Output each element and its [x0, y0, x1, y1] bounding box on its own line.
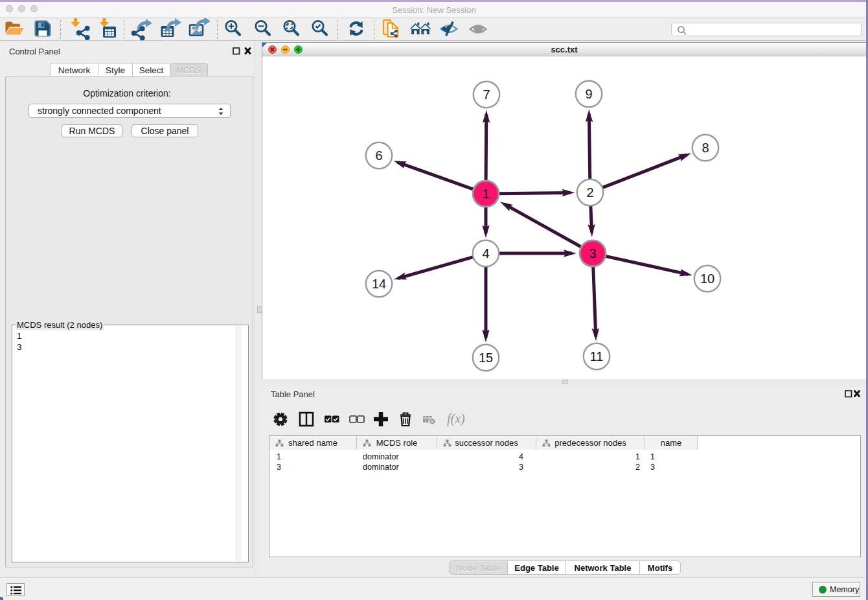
svg-text:6: 6: [375, 148, 382, 163]
svg-text:9: 9: [585, 87, 592, 101]
svg-text:15: 15: [479, 351, 493, 365]
svg-text:2: 2: [586, 185, 593, 200]
svg-text:7: 7: [483, 87, 490, 102]
svg-text:11: 11: [590, 349, 604, 363]
svg-text:14: 14: [372, 277, 386, 291]
svg-text:f(x): f(x): [447, 411, 465, 426]
svg-text:4: 4: [482, 246, 489, 260]
svg-text:8: 8: [702, 141, 709, 155]
svg-text:1: 1: [482, 187, 489, 201]
svg-text:3: 3: [589, 246, 596, 260]
svg-text:10: 10: [700, 271, 714, 286]
